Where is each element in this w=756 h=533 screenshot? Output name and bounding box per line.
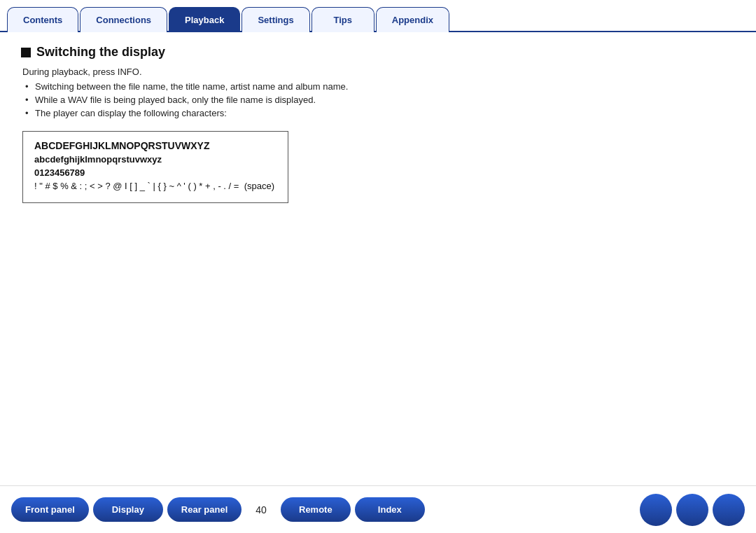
rear-panel-button[interactable]: Rear panel: [167, 497, 241, 522]
char-numbers: 0123456789: [34, 167, 276, 178]
remote-button[interactable]: Remote: [281, 497, 351, 522]
tab-contents[interactable]: Contents: [7, 7, 78, 32]
character-box: ABCDEFGHIJKLMNOPQRSTUVWXYZ abcdefghijklm…: [22, 131, 288, 203]
section-icon: [21, 48, 31, 57]
tab-playback[interactable]: Playback: [169, 7, 240, 32]
bullet-list: Switching between the file name, the tit…: [25, 81, 735, 118]
section-title: Switching the display: [21, 45, 735, 60]
tab-appendix[interactable]: Appendix: [376, 7, 449, 32]
bullet-item-3: The player can display the following cha…: [25, 108, 735, 118]
tab-bar: Contents Connections Playback Settings T…: [0, 0, 756, 32]
back-button[interactable]: [676, 494, 708, 526]
forward-button[interactable]: [713, 494, 745, 526]
page-number: 40: [255, 504, 267, 515]
section-heading: Switching the display: [36, 45, 165, 60]
char-space-label: (space): [244, 181, 274, 191]
footer: Front panel Display Rear panel 40 Remote…: [0, 485, 756, 533]
char-uppercase: ABCDEFGHIJKLMNOPQRSTUVWXYZ: [34, 140, 276, 151]
char-symbols: ! " # $ % & : ; < > ? @ I [ ] _ ` | { } …: [34, 181, 276, 191]
display-button[interactable]: Display: [93, 497, 163, 522]
section-subtitle: During playback, press INFO.: [22, 67, 735, 77]
tab-tips[interactable]: Tips: [312, 7, 374, 32]
char-lowercase: abcdefghijklmnopqrstuvwxyz: [34, 154, 276, 165]
char-symbols-text: ! " # $ % & : ; < > ? @ I [ ] _ ` | { } …: [34, 181, 239, 191]
index-button[interactable]: Index: [355, 497, 425, 522]
tab-settings[interactable]: Settings: [241, 7, 309, 32]
bullet-item-2: While a WAV file is being played back, o…: [25, 95, 735, 105]
tab-connections[interactable]: Connections: [80, 7, 167, 32]
main-content: Switching the display During playback, p…: [0, 32, 756, 210]
bullet-item-1: Switching between the file name, the tit…: [25, 81, 735, 92]
home-button[interactable]: [640, 494, 672, 526]
front-panel-button[interactable]: Front panel: [11, 497, 89, 522]
